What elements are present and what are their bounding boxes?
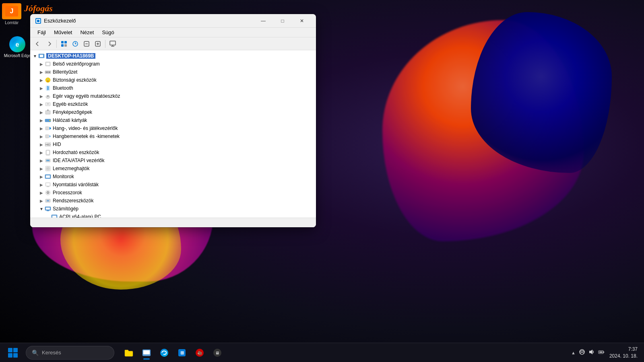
expander-2[interactable]: ▶ [38,77,45,83]
tree-item-10[interactable]: ▶ HID HID [30,140,316,148]
tray-volume[interactable] [588,349,595,356]
toolbar-forward[interactable] [44,39,54,49]
expander-15[interactable]: ▶ [38,181,45,188]
start-button-container[interactable] [3,343,23,362]
expander-13[interactable]: ▶ [38,165,45,172]
expander-0[interactable]: ▶ [38,61,45,67]
taskbar-right: ▲ 7:37 2024. 10. 18. [571,346,644,360]
root-expander[interactable]: ▼ [32,53,38,59]
expander-9[interactable]: ▶ [38,133,45,140]
menu-view[interactable]: Nézet [76,29,98,36]
label-12: IDE ATA/ATAPI vezérlők [53,158,104,163]
svg-text:⚙: ⚙ [46,191,50,195]
svg-rect-74 [125,351,133,356]
tree-item-4[interactable]: ▶ Egér vagy egyéb mutatóeszköz [30,92,316,100]
toolbar-update[interactable] [70,39,80,49]
tree-item-12[interactable]: ▶ IDE ATA/ATAPI vezérlők [30,156,316,165]
svg-text:🖥: 🖥 [215,351,219,355]
tree-item-6[interactable]: ▶ Fényképezőgépek [30,108,316,116]
expander-6[interactable]: ▶ [38,109,45,115]
tree-item-11[interactable]: ▶ Hordozható eszközök [30,148,316,156]
icon-14 [45,173,51,180]
expander-1[interactable]: ▶ [38,69,45,75]
minimize-button[interactable]: — [254,14,272,28]
icon-13 [45,165,51,172]
tree-item-1[interactable]: ▶ Billentyűzet [30,68,316,76]
close-button[interactable]: ✕ [293,14,311,28]
taskbar-clock[interactable]: 7:37 2024. 10. 18. [606,346,641,360]
tree-item-15[interactable]: ▶ Nyomtatási várólisták [30,181,316,189]
taskbar-store[interactable]: ⊞ [174,345,190,361]
svg-text:e: e [16,41,19,48]
tree-root[interactable]: ▼ DESKTOP-HA1869B [30,52,316,60]
window-titlebar: Eszközkezelő — □ ✕ [30,14,316,28]
maximize-button[interactable]: □ [273,14,292,28]
label-4: Egér vagy egyéb mutatóeszköz [53,93,120,99]
tree-item-bluetooth[interactable]: ▶ ᛒ Bluetooth [30,84,316,92]
tree-item-2[interactable]: ▶ 🔒 Biztonsági eszközök [30,76,316,84]
expander-computer[interactable]: ▼ [38,206,45,212]
tray-network[interactable] [579,349,585,356]
expander-11[interactable]: ▶ [38,149,45,156]
taskbar-app5[interactable]: 🦣 [192,345,208,361]
tree-item-acpi[interactable]: ▶ ACPI x64-alapú PC [30,213,316,218]
menu-file[interactable]: Fájl [33,29,50,36]
tree-item-8[interactable]: ▶ Hang-, video- és játékvezérlők [30,124,316,132]
tray-arrow[interactable]: ▲ [571,350,576,355]
expander-10[interactable]: ▶ [38,141,45,148]
label-8: Hang-, video- és játékvezérlők [53,125,118,131]
tree-item-9[interactable]: ▶ Hangbemenetek és -kimenetek [30,132,316,140]
start-button[interactable] [6,346,19,359]
toolbar-back[interactable] [33,39,43,49]
tree-item-13[interactable]: ▶ Lemezmeghajtók [30,165,316,173]
taskbar-app6[interactable]: 🖥 [209,345,225,361]
expander-8[interactable]: ▶ [38,125,45,132]
jofogos-header-text: Jófogás [24,3,53,14]
icon-17 [45,197,51,204]
expander-16[interactable]: ▶ [38,189,45,196]
taskbar-search[interactable]: 🔍 Keresés [26,346,114,360]
taskbar-edge[interactable] [156,345,172,361]
expander-bluetooth[interactable]: ▶ [38,85,45,91]
svg-rect-7 [61,41,64,43]
expander-7[interactable]: ▶ [38,117,45,123]
icon-15 [45,181,51,188]
tree-item-5[interactable]: ▶ ? Egyéb eszközök [30,100,316,108]
toolbar-sep1 [56,40,57,48]
svg-rect-89 [603,352,604,353]
svg-marker-38 [50,127,51,130]
tree-item-7[interactable]: ▶ Hálózati kártyák [30,116,316,124]
toolbar [30,37,316,50]
label-11: Hordozható eszközök [53,150,99,155]
svg-rect-14 [110,41,116,45]
root-label: DESKTOP-HA1869B [46,53,95,59]
device-manager-window: Eszközkezelő — □ ✕ Fájl Művelet Nézet Sú… [30,14,316,227]
tree-item-computer[interactable]: ▼ Számítógép [30,205,316,213]
svg-rect-24 [49,72,50,73]
expander-14[interactable]: ▶ [38,173,45,180]
expander-12[interactable]: ▶ [38,157,45,164]
tray-battery[interactable] [598,349,605,356]
tree-item-17[interactable]: ▶ Rendszereszközök [30,197,316,205]
svg-point-30 [47,95,49,97]
icon-1 [45,69,51,75]
tree-item-14[interactable]: ▶ Monitorok [30,173,316,181]
taskbar-device-manager[interactable] [138,345,155,361]
logo-sublabel: Lomtár [5,20,19,25]
taskbar-file-explorer[interactable] [121,345,137,361]
tree-item-0[interactable]: ▶ Belső vezérlőprogram [30,60,316,68]
svg-rect-59 [46,208,50,210]
toolbar-properties[interactable] [107,39,118,49]
expander-5[interactable]: ▶ [38,101,45,107]
toolbar-scan[interactable] [93,39,103,49]
device-tree[interactable]: ▼ DESKTOP-HA1869B ▶ Belső vezérlőprogram [30,50,316,218]
toolbar-show-all[interactable] [59,39,69,49]
menu-action[interactable]: Művelet [50,29,76,36]
menu-help[interactable]: Súgó [98,29,118,36]
expander-4[interactable]: ▶ [38,93,45,99]
edge-desktop-icon[interactable]: e Microsoft Edge [3,36,31,58]
expander-17[interactable]: ▶ [38,197,45,204]
toolbar-uninstall[interactable] [81,39,92,49]
tree-item-16[interactable]: ▶ ⚙ Processzorok [30,189,316,197]
svg-rect-8 [64,41,67,43]
